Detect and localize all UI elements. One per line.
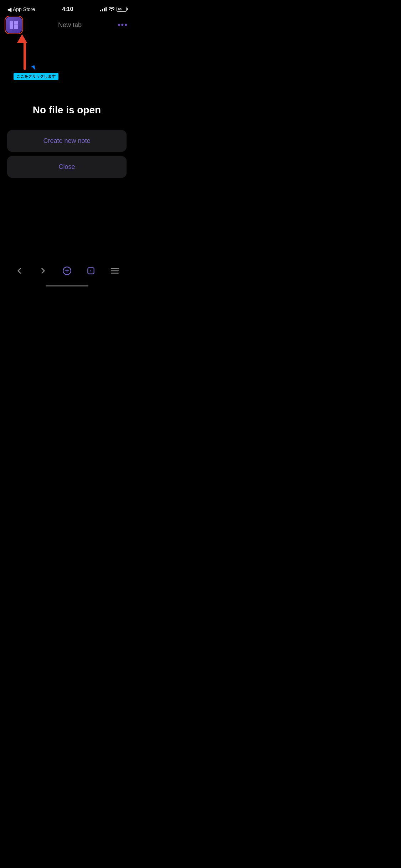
close-button[interactable]: Close <box>7 156 127 178</box>
action-buttons: Create new note Close <box>7 130 127 178</box>
cursor-icon <box>31 65 36 71</box>
click-label: ここをクリックします <box>14 73 58 80</box>
app-icon-button[interactable] <box>6 17 22 33</box>
app-icon-ring <box>5 16 23 34</box>
nav-bar: New tab ••• <box>0 16 134 34</box>
arrow-head-icon <box>17 34 27 43</box>
wifi-icon <box>109 7 114 12</box>
tab-count-button[interactable]: 1 <box>83 263 99 279</box>
no-file-text: No file is open <box>33 104 101 116</box>
annotation-area: ここをクリックします <box>0 34 134 77</box>
nav-title: New tab <box>58 21 82 29</box>
main-content: No file is open Create new note Close <box>0 77 134 191</box>
back-label[interactable]: App Store <box>13 6 35 12</box>
more-button[interactable]: ••• <box>118 20 128 30</box>
svg-text:1: 1 <box>90 269 92 273</box>
status-bar: ◀ App Store 4:10 90 <box>0 0 134 16</box>
back-button[interactable] <box>11 263 27 279</box>
status-time: 4:10 <box>62 6 73 12</box>
battery-icon: 90 <box>117 7 127 12</box>
add-tab-button[interactable] <box>59 263 75 279</box>
back-chevron-icon: ◀ <box>7 6 11 13</box>
forward-button[interactable] <box>35 263 51 279</box>
arrow-shaft <box>24 42 26 70</box>
signal-icon <box>100 7 107 11</box>
status-icons: 90 <box>100 7 127 12</box>
bottom-toolbar: 1 <box>0 261 134 281</box>
home-indicator <box>46 285 88 286</box>
menu-button[interactable] <box>107 263 123 279</box>
create-new-note-button[interactable]: Create new note <box>7 130 127 152</box>
